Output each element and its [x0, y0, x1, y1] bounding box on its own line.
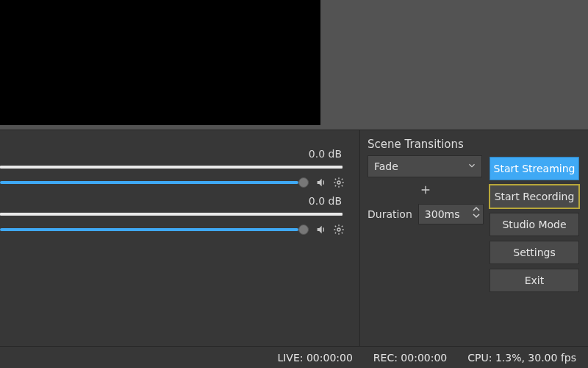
exit-button[interactable]: Exit [490, 269, 579, 292]
audio-meter [0, 213, 343, 216]
volume-slider[interactable] [0, 224, 343, 235]
transition-select[interactable]: Fade [368, 155, 482, 177]
gear-icon[interactable] [332, 176, 345, 189]
audio-channel: 0.0 dB [0, 195, 359, 242]
status-bar: LIVE: 00:00:00 REC: 00:00:00 CPU: 1.3%, … [0, 346, 588, 368]
transition-select-value: Fade [374, 160, 398, 172]
audio-db-readout: 0.0 dB [309, 195, 342, 207]
add-transition-button[interactable] [417, 182, 434, 198]
preview-empty-area [320, 0, 588, 130]
audio-db-readout: 0.0 dB [309, 148, 342, 160]
audio-mixer-panel: 0.0 dB 0.0 dB [0, 130, 360, 347]
speaker-icon[interactable] [315, 223, 328, 236]
volume-slider-thumb[interactable] [298, 224, 309, 235]
gear-icon[interactable] [332, 223, 345, 236]
audio-channel: 0.0 dB [0, 148, 359, 195]
chevron-down-icon [467, 160, 477, 173]
start-streaming-button[interactable]: Start Streaming [490, 157, 579, 180]
volume-slider-thumb[interactable] [298, 177, 309, 188]
svg-point-0 [337, 181, 340, 184]
status-rec: REC: 00:00:00 [373, 352, 447, 364]
duration-label: Duration [368, 208, 412, 220]
svg-point-1 [337, 228, 340, 231]
duration-spinner[interactable]: 300ms [418, 204, 484, 224]
chevron-down-icon[interactable] [473, 213, 480, 219]
control-buttons: Start Streaming Start Recording Studio M… [490, 157, 579, 292]
duration-value: 300ms [425, 208, 460, 220]
start-recording-button[interactable]: Start Recording [490, 185, 579, 208]
status-cpu: CPU: 1.3%, 30.00 fps [467, 352, 576, 364]
studio-mode-button[interactable]: Studio Mode [490, 213, 579, 236]
settings-button[interactable]: Settings [490, 241, 579, 264]
preview-row [0, 0, 588, 130]
scene-transitions-title: Scene Transitions [368, 138, 484, 151]
preview-canvas[interactable] [0, 0, 320, 125]
volume-slider[interactable] [0, 177, 343, 188]
chevron-up-icon[interactable] [473, 206, 480, 212]
audio-meter [0, 166, 343, 169]
scene-transitions-panel: Scene Transitions Fade Duration 300ms [368, 138, 484, 224]
status-live: LIVE: 00:00:00 [277, 352, 352, 364]
speaker-icon[interactable] [315, 176, 328, 189]
